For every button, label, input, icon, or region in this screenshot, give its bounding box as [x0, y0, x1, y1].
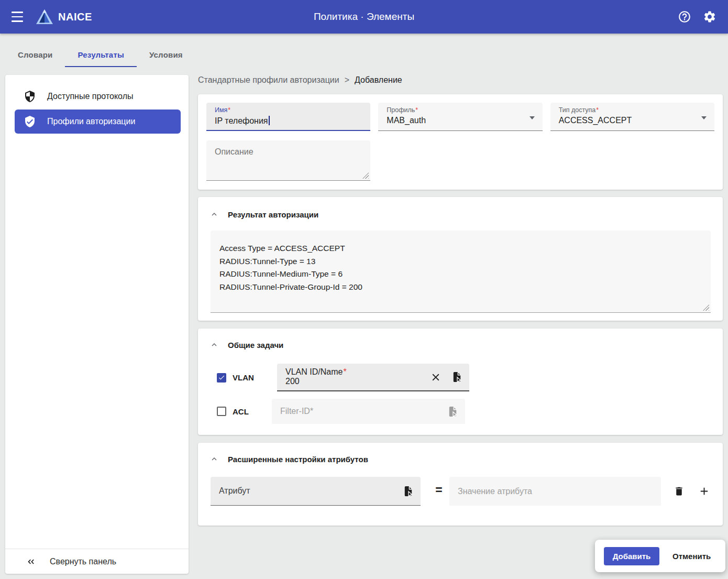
section-title: Результат авторизации	[228, 210, 318, 219]
shield-check-icon	[24, 115, 36, 128]
collapse-panel-label: Свернуть панель	[50, 557, 116, 566]
profile-form-card: Имя* IP телефония Профиль* MAB_auth Тип …	[198, 94, 723, 190]
collapse-chevron-icon[interactable]	[209, 454, 219, 464]
tab-dictionaries[interactable]: Словари	[5, 42, 65, 67]
tab-bar: Словари Результаты Условия	[5, 42, 195, 67]
acl-checkbox[interactable]	[217, 407, 226, 416]
description-placeholder: Описание	[206, 140, 370, 163]
name-field[interactable]: Имя* IP телефония	[206, 103, 370, 131]
required-asterisk: *	[596, 106, 599, 114]
filter-id-input[interactable]	[280, 407, 442, 416]
app-logo: NAICE	[36, 9, 92, 25]
text-cursor	[269, 116, 270, 125]
description-textarea[interactable]: Описание	[206, 140, 370, 181]
logo-triangle-icon	[36, 9, 53, 25]
dictionary-select-icon[interactable]	[447, 406, 459, 418]
tab-conditions[interactable]: Условия	[137, 42, 195, 67]
vlan-id-value: 200	[285, 377, 425, 386]
profile-label: Профиль	[387, 106, 415, 114]
name-label: Имя	[215, 106, 227, 114]
app-header: NAICE Политика · Элементы	[0, 0, 728, 34]
collapse-chevron-icon[interactable]	[209, 340, 219, 349]
app-name: NAICE	[58, 11, 92, 23]
delete-icon[interactable]	[674, 486, 685, 497]
common-tasks-card: Общие задачи VLAN VLAN ID/Name* 200 ACL	[198, 329, 723, 435]
breadcrumb: Стандартные профили авторизации>Добавлен…	[198, 75, 402, 85]
auth-result-text: Access Type = ACCESS_ACCEPT RADIUS:Tunne…	[211, 231, 711, 305]
section-title: Расширенные настройки атрибутов	[228, 455, 368, 464]
vlan-checkbox-label: VLAN	[233, 373, 254, 382]
tab-results[interactable]: Результаты	[65, 42, 136, 67]
auth-result-textarea[interactable]: Access Type = ACCESS_ACCEPT RADIUS:Tunne…	[211, 231, 711, 313]
resize-handle-icon[interactable]	[703, 304, 709, 311]
required-asterisk: *	[343, 367, 346, 376]
cancel-button[interactable]: Отменить	[672, 552, 711, 561]
sidebar-item-label: Профили авторизации	[47, 117, 135, 126]
attribute-field	[211, 477, 421, 506]
acl-checkbox-label: ACL	[233, 407, 249, 416]
action-bar: Добавить Отменить	[595, 540, 725, 572]
vlan-id-label: VLAN ID/Name	[285, 367, 343, 376]
chevron-down-icon[interactable]	[701, 116, 707, 119]
profile-value: MAB_auth	[387, 116, 534, 125]
sidebar-item-protocols[interactable]: Доступные протоколы	[5, 84, 189, 109]
attribute-value-field	[449, 477, 661, 506]
collapse-panel-button[interactable]: Свернуть панель	[5, 549, 189, 574]
collapse-chevron-icon[interactable]	[209, 210, 219, 219]
double-chevron-left-icon	[25, 556, 36, 567]
gear-icon[interactable]	[703, 10, 716, 24]
breadcrumb-current: Добавление	[355, 75, 402, 84]
dictionary-select-icon[interactable]	[402, 485, 414, 497]
dictionary-select-icon[interactable]	[451, 371, 463, 383]
help-icon[interactable]	[678, 10, 691, 24]
clear-icon[interactable]	[430, 372, 442, 383]
sidebar: Доступные протоколы Профили авторизации …	[5, 75, 189, 574]
add-icon[interactable]	[698, 485, 710, 497]
advanced-attributes-card: Расширенные настройки атрибутов =	[198, 443, 723, 526]
chevron-down-icon[interactable]	[530, 116, 535, 119]
required-asterisk: *	[415, 106, 418, 114]
attribute-value-input[interactable]	[458, 487, 638, 496]
filter-id-field	[272, 399, 465, 424]
resize-handle-icon[interactable]	[362, 172, 369, 179]
shield-security-icon	[24, 90, 36, 103]
page-title: Политика · Элементы	[0, 11, 728, 23]
vlan-checkbox[interactable]	[217, 373, 226, 383]
check-icon	[218, 374, 225, 381]
breadcrumb-parent[interactable]: Стандартные профили авторизации	[198, 75, 339, 84]
sidebar-item-auth-profiles[interactable]: Профили авторизации	[15, 110, 181, 134]
access-type-select[interactable]: Тип доступа* ACCESS_ACCEPT	[550, 103, 714, 131]
menu-icon[interactable]	[12, 12, 24, 22]
vlan-task-row: VLAN VLAN ID/Name* 200	[217, 364, 254, 391]
vlan-id-field[interactable]: VLAN ID/Name* 200	[277, 364, 469, 391]
access-type-value: ACCESS_ACCEPT	[559, 116, 706, 125]
profile-select[interactable]: Профиль* MAB_auth	[378, 103, 542, 131]
appbar-actions	[678, 10, 716, 24]
acl-task-row: ACL	[217, 399, 249, 424]
submit-button[interactable]: Добавить	[604, 547, 659, 565]
breadcrumb-separator: >	[345, 75, 349, 84]
access-type-label: Тип доступа	[559, 106, 596, 114]
section-title: Общие задачи	[228, 341, 283, 349]
sidebar-item-label: Доступные протоколы	[47, 92, 133, 101]
name-value: IP телефония	[215, 116, 268, 125]
required-asterisk: *	[228, 106, 230, 114]
attribute-row: =	[211, 477, 710, 506]
attribute-input[interactable]	[219, 486, 398, 496]
auth-result-card: Результат авторизации Access Type = ACCE…	[198, 197, 723, 321]
equals-sign: =	[431, 483, 447, 497]
